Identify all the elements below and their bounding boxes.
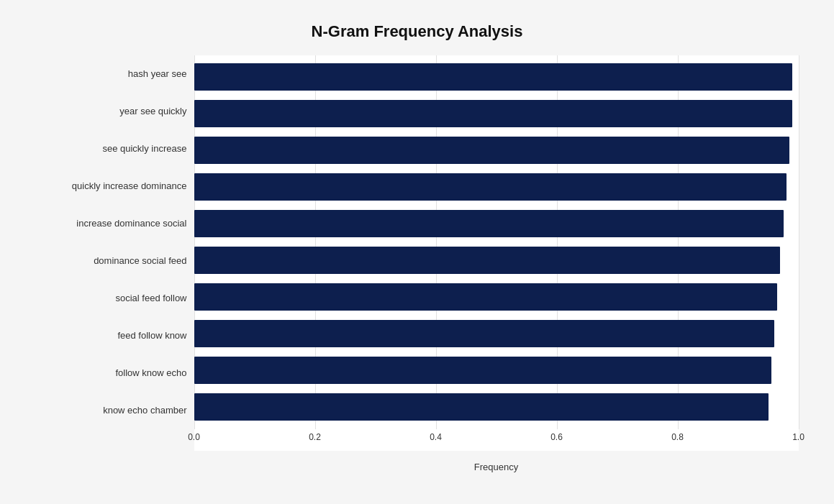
y-label: know echo chamber [103, 406, 186, 415]
x-tick: 0.2 [309, 432, 321, 442]
x-axis-label: Frequency [194, 462, 799, 472]
x-tick: 0.6 [550, 432, 563, 442]
bar-row [194, 169, 799, 206]
bar-row [194, 132, 799, 169]
x-tick: 0.4 [430, 432, 442, 442]
bar [194, 283, 778, 311]
bar-row [194, 242, 799, 279]
chart-area: hash year seeyear see quicklysee quickly… [36, 55, 799, 451]
bar-row [194, 206, 799, 242]
y-label: quickly increase dominance [72, 181, 187, 191]
y-label: year see quickly [119, 106, 186, 116]
bar [194, 173, 787, 201]
plot-area: Frequency 0.00.20.40.60.81.0 [194, 55, 799, 451]
y-label: see quickly increase [102, 144, 186, 153]
bar-row [194, 389, 799, 426]
grid-line [799, 55, 799, 429]
bar [194, 357, 771, 384]
y-label: follow know echo [116, 368, 187, 377]
bar [194, 100, 793, 127]
y-label: dominance social feed [94, 256, 186, 265]
bar [194, 137, 789, 164]
bars-wrapper [194, 55, 799, 429]
x-tick: 1.0 [792, 432, 804, 442]
bar [194, 320, 774, 347]
bar-row [194, 59, 799, 96]
chart-container: N-Gram Frequency Analysis hash year seey… [22, 8, 813, 497]
bar-row [194, 96, 799, 132]
bar [194, 210, 784, 237]
bar-row [194, 279, 799, 316]
chart-title: N-Gram Frequency Analysis [36, 22, 799, 41]
y-label: social feed follow [116, 293, 187, 303]
y-label: feed follow know [117, 331, 186, 340]
bar-row [194, 316, 799, 352]
bar [194, 247, 781, 274]
x-tick: 0.0 [188, 432, 200, 442]
bar [194, 393, 769, 421]
y-label: increase dominance social [76, 219, 186, 228]
y-label: hash year see [128, 69, 187, 78]
y-axis: hash year seeyear see quicklysee quickly… [36, 55, 194, 451]
bar-row [194, 352, 799, 389]
bar [194, 63, 793, 91]
x-axis: Frequency 0.00.20.40.60.81.0 [194, 429, 799, 451]
x-tick: 0.8 [671, 432, 684, 442]
